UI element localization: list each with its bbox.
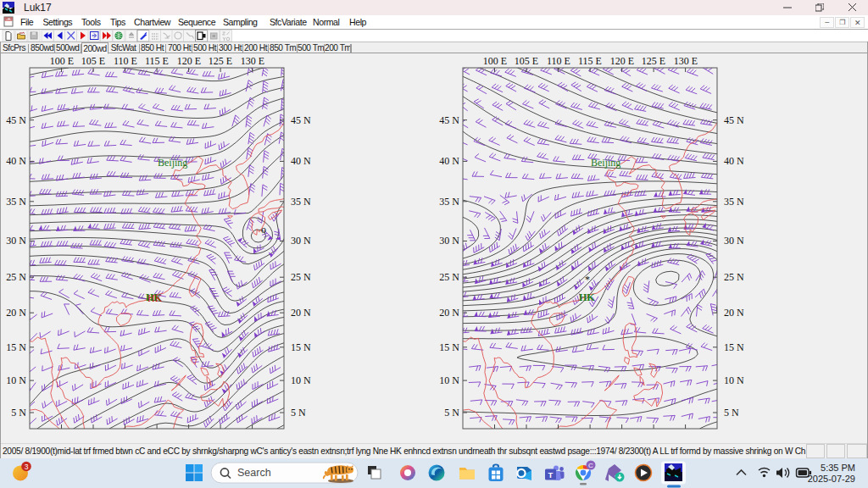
svg-text:20 N: 20 N	[439, 307, 459, 319]
svg-text:35 N: 35 N	[724, 196, 744, 208]
svg-text:25 N: 25 N	[439, 271, 459, 283]
svg-text:Beijing: Beijing	[591, 157, 620, 169]
svg-text:35 N: 35 N	[439, 196, 459, 208]
svg-text:110 E: 110 E	[547, 55, 570, 67]
svg-text:Beijing: Beijing	[158, 157, 187, 169]
svg-text:25 N: 25 N	[6, 271, 26, 283]
svg-text:130 E: 130 E	[674, 55, 698, 67]
svg-text:110 E: 110 E	[114, 55, 137, 67]
svg-text:45 N: 45 N	[6, 114, 26, 126]
svg-text:10 N: 10 N	[291, 374, 311, 386]
svg-text:10 N: 10 N	[439, 374, 459, 386]
svg-text:115 E: 115 E	[145, 55, 169, 67]
svg-text:T: T	[548, 470, 554, 480]
svg-text:HK: HK	[579, 291, 595, 303]
svg-text:30 N: 30 N	[439, 235, 459, 247]
svg-text:30 N: 30 N	[291, 235, 311, 247]
svg-text:125 E: 125 E	[209, 55, 232, 67]
svg-text:120 E: 120 E	[610, 55, 634, 67]
svg-text:105 E: 105 E	[515, 55, 538, 67]
svg-text:5 N: 5 N	[724, 407, 739, 419]
svg-text:130 E: 130 E	[241, 55, 264, 67]
svg-text:20 N: 20 N	[6, 307, 26, 319]
svg-text:45 N: 45 N	[291, 114, 311, 126]
svg-text:5 N: 5 N	[11, 407, 26, 419]
svg-text:o: o	[261, 224, 266, 236]
svg-text:15 N: 15 N	[291, 341, 311, 353]
svg-text:40 N: 40 N	[291, 155, 311, 167]
svg-text:120 E: 120 E	[177, 55, 201, 67]
svg-text:15 N: 15 N	[439, 341, 459, 353]
svg-text:100 E: 100 E	[483, 55, 507, 67]
svg-text:10 N: 10 N	[724, 374, 744, 386]
svg-text:5:35 PM: 5:35 PM	[821, 463, 855, 473]
svg-text:20 N: 20 N	[291, 307, 311, 319]
svg-text:30 N: 30 N	[6, 235, 26, 247]
svg-text:20 N: 20 N	[724, 307, 744, 319]
svg-text:45 N: 45 N	[439, 114, 459, 126]
svg-text:40 N: 40 N	[439, 155, 459, 167]
svg-text:HK: HK	[147, 292, 163, 304]
svg-text:100 E: 100 E	[50, 55, 74, 67]
svg-text:15 N: 15 N	[6, 341, 26, 353]
svg-text:40 N: 40 N	[6, 155, 26, 167]
svg-text:Search: Search	[237, 467, 271, 479]
svg-text:10 N: 10 N	[6, 374, 26, 386]
svg-text:35 N: 35 N	[6, 196, 26, 208]
svg-text:5 N: 5 N	[291, 407, 306, 419]
svg-text:45 N: 45 N	[724, 114, 744, 126]
svg-text:3: 3	[25, 463, 29, 471]
svg-text:125 E: 125 E	[642, 55, 665, 67]
svg-text:5 N: 5 N	[444, 407, 459, 419]
svg-text:25 N: 25 N	[291, 271, 311, 283]
svg-text:*: *	[585, 274, 590, 286]
svg-text:25 N: 25 N	[724, 271, 744, 283]
svg-text:115 E: 115 E	[578, 55, 602, 67]
svg-text:15 N: 15 N	[724, 341, 744, 353]
svg-text:30 N: 30 N	[724, 235, 744, 247]
svg-text:35 N: 35 N	[291, 196, 311, 208]
svg-text:C: C	[588, 462, 593, 469]
svg-text:40 N: 40 N	[724, 155, 744, 167]
svg-text:105 E: 105 E	[81, 55, 105, 67]
svg-text:2025-07-29: 2025-07-29	[808, 474, 855, 484]
